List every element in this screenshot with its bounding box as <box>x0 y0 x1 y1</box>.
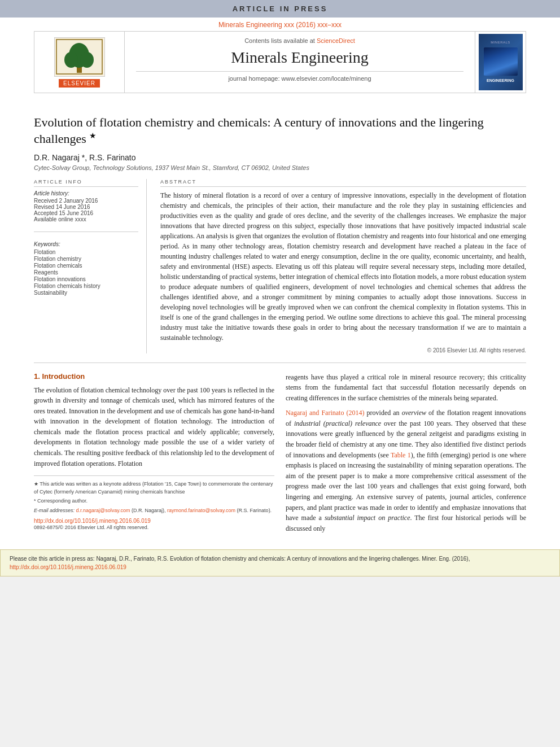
citation-bar: Please cite this article in press as: Na… <box>0 549 560 576</box>
intro-heading: 1. Introduction <box>34 372 274 381</box>
kw-flotation: Flotation <box>34 249 138 255</box>
footnotes-area: ★ This article was written as a keynote … <box>34 475 274 532</box>
abstract-text-content: The history of mineral flotation is a re… <box>160 191 526 342</box>
journal-homepage: journal homepage: www.elsevier.com/locat… <box>136 71 463 82</box>
aip-banner: ARTICLE IN PRESS <box>0 0 560 18</box>
star-symbol: ★ <box>89 132 97 140</box>
page: ARTICLE IN PRESS Minerals Engineering xx… <box>0 0 560 576</box>
kw-flotation-innovations: Flotation innovations <box>34 276 138 282</box>
revised-date: Revised 14 June 2016 <box>34 204 138 210</box>
article-info-column: ARTICLE INFO Article history: Received 2… <box>34 179 147 353</box>
accepted-date: Accepted 15 June 2016 <box>34 210 138 216</box>
journal-cover-image: MINERALS ENGINEERING <box>479 34 523 90</box>
intro-paragraph-2: reagents have thus played a critical rol… <box>286 372 526 404</box>
issn-line: 0892-6875/© 2016 Elsevier Ltd. All right… <box>34 524 274 532</box>
copyright-line: © 2016 Elsevier Ltd. All rights reserved… <box>160 347 526 353</box>
article-history: Article history: Received 2 January 2016… <box>34 190 138 222</box>
kw-flotation-chemicals: Flotation chemicals <box>34 263 138 269</box>
contents-line: Contents lists available at ScienceDirec… <box>136 37 463 44</box>
available-date: Available online xxxx <box>34 216 138 222</box>
elsevier-logo-area: ELSEVIER <box>34 32 125 93</box>
cover-top-label: MINERALS <box>491 41 510 44</box>
abstract-label: ABSTRACT <box>160 179 526 187</box>
kw-flotation-chemicals-history: Flotation chemicals history <box>34 283 138 289</box>
keywords-section: Keywords: Flotation Flotation chemistry … <box>34 241 138 296</box>
article-info-label: ARTICLE INFO <box>34 179 138 187</box>
svg-point-3 <box>64 52 78 68</box>
citation-doi-link[interactable]: http://dx.doi.org/10.1016/j.mineng.2016.… <box>10 564 126 570</box>
journal-ref-line: Minerals Engineering xxx (2016) xxx–xxx <box>0 18 560 31</box>
article-body: Evolution of flotation chemistry and che… <box>0 93 560 544</box>
footnote-3: E-mail addresses: d.r.nagaraj@solvay.com… <box>34 507 274 515</box>
elsevier-logo: ELSEVIER <box>54 37 105 88</box>
keywords-label: Keywords: <box>34 241 138 247</box>
elsevier-wordmark: ELSEVIER <box>59 79 100 88</box>
citation-prefix: Please cite this article in press as: Na… <box>10 556 470 562</box>
intro-paragraph-1: The evolution of flotation chemical tech… <box>34 385 274 469</box>
svg-point-4 <box>80 52 94 68</box>
intro-left-col: 1. Introduction The evolution of flotati… <box>34 372 274 539</box>
elsevier-tree-image <box>54 37 105 77</box>
journal-cover-area: MINERALS ENGINEERING <box>475 32 526 93</box>
kw-sustainability: Sustainability <box>34 290 138 296</box>
cover-title: ENGINEERING <box>487 78 514 83</box>
article-title-text: Evolution of flotation chemistry and che… <box>34 115 484 146</box>
article-info-abstract: ARTICLE INFO Article history: Received 2… <box>34 179 526 353</box>
doi-link[interactable]: http://dx.doi.org/10.1016/j.mineng.2016.… <box>34 518 274 524</box>
journal-header-center: Contents lists available at ScienceDirec… <box>125 32 475 93</box>
footnote-1-text: ★ This article was written as a keynote … <box>34 481 273 495</box>
email-link-1[interactable]: d.r.nagaraj@solvay.com <box>76 508 130 513</box>
history-label: Article history: <box>34 190 138 196</box>
footnote-1: ★ This article was written as a keynote … <box>34 480 274 496</box>
journal-ref-text: Minerals Engineering xxx (2016) xxx–xxx <box>218 21 342 29</box>
footnote-2: * Corresponding author. <box>34 497 274 505</box>
journal-header: ELSEVIER Contents lists available at Sci… <box>34 31 526 93</box>
journal-title: Minerals Engineering <box>136 49 463 67</box>
abstract-column: ABSTRACT The history of mineral flotatio… <box>158 179 526 353</box>
kw-reagents: Reagents <box>34 269 138 276</box>
section-divider <box>34 362 526 363</box>
authors-text: D.R. Nagaraj *, R.S. Farinato <box>34 153 136 162</box>
contents-text: Contents lists available at <box>244 37 315 44</box>
article-title: Evolution of flotation chemistry and che… <box>34 115 526 147</box>
nagaraj-citation-link[interactable]: Nagaraj and Farinato (2014) <box>286 409 365 417</box>
footnote-2-text: * Corresponding author. <box>34 498 88 504</box>
introduction-section: 1. Introduction The evolution of flotati… <box>34 372 526 539</box>
authors-line: D.R. Nagaraj *, R.S. Farinato <box>34 153 526 162</box>
table1-link[interactable]: Table 1 <box>391 451 411 459</box>
email-link-2[interactable]: raymond.farinato@solvay.com <box>167 508 235 513</box>
info-divider <box>34 231 138 232</box>
abstract-body: The history of mineral flotation is a re… <box>160 190 526 343</box>
intro-right-col: reagents have thus played a critical rol… <box>286 372 526 539</box>
affiliation-text: Cytec-Solvay Group, Technology Solutions… <box>34 164 526 171</box>
sciencedirect-link[interactable]: ScienceDirect <box>317 37 355 44</box>
received-date: Received 2 January 2016 <box>34 198 138 204</box>
kw-flotation-chemistry: Flotation chemistry <box>34 256 138 262</box>
aip-text: ARTICLE IN PRESS <box>233 5 328 13</box>
intro-paragraph-3: Nagaraj and Farinato (2014) provided an … <box>286 408 526 534</box>
